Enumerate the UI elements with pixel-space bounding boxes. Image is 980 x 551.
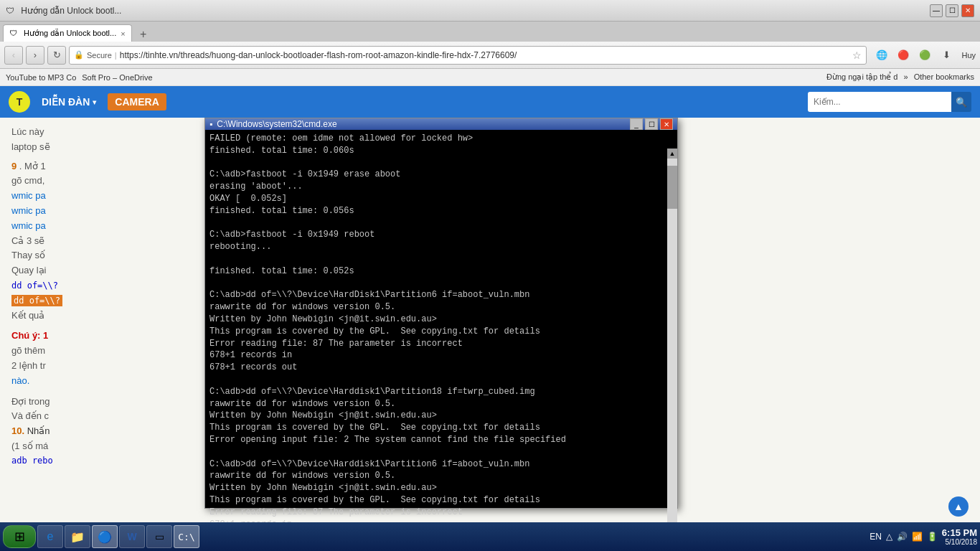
tab-favicon: 🛡: [9, 29, 19, 39]
minimize-button[interactable]: —: [930, 4, 943, 17]
taskbar-explorer[interactable]: 📁: [65, 525, 90, 548]
article-ca3: Cả 3 sẽ: [11, 234, 204, 249]
cmd-titlebar: ▪ C:\Windows\system32\cmd.exe _ ☐ ✕: [205, 118, 677, 130]
taskbar-ie[interactable]: e: [37, 525, 63, 548]
refresh-button[interactable]: ↻: [47, 46, 66, 65]
main-content: Lúc này laptop sẽ 9 . Mở 1 gõ cmd, wmic …: [0, 118, 980, 522]
user-name: Huy: [961, 51, 976, 60]
bookmark-star-button[interactable]: ☆: [852, 50, 862, 61]
article-step9: 9 . Mở 1: [11, 159, 204, 174]
taskbar-battery-icon: 🔋: [927, 532, 938, 542]
forward-button[interactable]: ›: [26, 46, 44, 65]
taskbar-datetime: 6:15 PM 5/10/2018: [942, 527, 977, 546]
article-chuý: Chú ý: 1: [11, 329, 204, 344]
bookmark-item-1[interactable]: YouTube to MP3 Co: [6, 73, 76, 82]
taskbar: ⊞ e 📁 🔵 W ▭ C:\ EN △ 🔊 📶 🔋 6:15 PM 5/10/…: [0, 522, 980, 551]
article-adbreboot: adb rebo: [11, 454, 204, 468]
browser-title-text: 🛡 Hướng dẫn Unlock bootl...: [6, 6, 930, 16]
toolbar-icon-2[interactable]: 🔴: [894, 46, 913, 65]
cmd-scrollbar[interactable]: ▲ ▼: [667, 149, 677, 522]
address-separator: |: [115, 51, 117, 60]
article-link1[interactable]: wmic pa: [11, 190, 46, 201]
site-navigation: T DIỄN ĐÀN ▾ CAMERA 🔍: [0, 86, 980, 118]
article-link-nao[interactable]: nào.: [11, 375, 29, 386]
article-1soma: (1 số má: [11, 439, 204, 454]
taskbar-cmd[interactable]: C:\: [174, 525, 199, 548]
article-step10: 10. Nhấn: [11, 424, 204, 439]
taskbar-sys-icon1: △: [886, 532, 892, 542]
maximize-button[interactable]: ☐: [946, 4, 958, 17]
site-search-button[interactable]: 🔍: [951, 92, 971, 112]
cmd-icon: C:\: [178, 532, 194, 542]
word-icon: W: [127, 531, 136, 542]
cmd-title-buttons: _ ☐ ✕: [630, 118, 673, 130]
bookmark-item-3[interactable]: Đừng ngại tập thể d: [826, 72, 898, 82]
cmd-title-text: C:\Windows\system32\cmd.exe: [217, 119, 626, 129]
site-logo: T: [9, 91, 30, 113]
cmd-scroll-track[interactable]: [667, 159, 677, 522]
cmd-output: FAILED (remote: oem idme not allowed for…: [205, 130, 667, 522]
address-bar[interactable]: 🔒 Secure | https://tinhte.vn/threads/huo…: [69, 46, 867, 65]
taskbar-task2[interactable]: ▭: [146, 525, 172, 548]
toolbar-icon-3[interactable]: 🟢: [915, 46, 934, 65]
bookmark-other[interactable]: Other bookmarks: [914, 72, 974, 82]
bookmarks-bar: YouTube to MP3 Co Soft Pro – OneDrive Đừ…: [0, 69, 980, 86]
article-gocmd: gõ cmd,: [11, 174, 204, 189]
address-text: https://tinhte.vn/threads/huong-dan-unlo…: [120, 50, 850, 60]
explorer-icon: 📁: [70, 530, 85, 544]
tab-bar: 🛡 Hướng dẫn Unlock bootl... × +: [0, 22, 980, 42]
taskbar-word[interactable]: W: [119, 525, 145, 548]
tab-title: Hướng dẫn Unlock bootl...: [24, 29, 116, 38]
taskbar-lang: EN: [870, 532, 882, 542]
taskbar-network-icon: 📶: [912, 532, 923, 542]
taskbar-date: 5/10/2018: [942, 538, 977, 546]
nav-camera[interactable]: CAMERA: [108, 93, 166, 110]
article-vaden: Và đến c: [11, 409, 204, 424]
active-tab[interactable]: 🛡 Hướng dẫn Unlock bootl... ×: [3, 24, 132, 42]
nav-dien-dan[interactable]: DIỄN ĐÀN ▾: [42, 96, 96, 108]
article-area: Lúc này laptop sẽ 9 . Mở 1 gõ cmd, wmic …: [0, 118, 215, 522]
article-line1: Lúc này: [11, 125, 204, 140]
cmd-scroll-thumb[interactable]: [667, 166, 677, 209]
article-link3[interactable]: wmic pa: [11, 220, 46, 231]
article-ketqua: Kết quả: [11, 309, 204, 324]
tab-close-button[interactable]: ×: [121, 29, 125, 38]
site-search-input[interactable]: [808, 92, 951, 112]
taskbar-volume-icon: 🔊: [897, 532, 908, 542]
close-button[interactable]: ✕: [961, 4, 974, 17]
taskbar-chrome[interactable]: 🔵: [92, 525, 118, 548]
article-line2: laptop sẽ: [11, 140, 204, 155]
toolbar-icon-1[interactable]: 🌐: [872, 46, 891, 65]
article-cmd1: dd of=\\?: [11, 281, 58, 291]
taskbar-right: EN △ 🔊 📶 🔋 6:15 PM 5/10/2018: [870, 527, 977, 546]
scroll-up-icon: ▲: [953, 501, 963, 512]
windows-icon: ⊞: [14, 529, 25, 545]
cmd-minimize-button[interactable]: _: [630, 118, 643, 130]
toolbar-icons: 🌐 🔴 🟢 ⬇: [872, 46, 956, 65]
article-thayso: Thay số: [11, 248, 204, 263]
article-quaylai: Quay lại: [11, 263, 204, 278]
back-button[interactable]: ‹: [4, 46, 23, 65]
browser-toolbar: ‹ › ↻ 🔒 Secure | https://tinhte.vn/threa…: [0, 42, 980, 69]
start-button[interactable]: ⊞: [3, 525, 36, 548]
secure-label: Secure: [87, 51, 112, 60]
cmd-close-button[interactable]: ✕: [660, 118, 673, 130]
browser-title-buttons: — ☐ ✕: [930, 4, 974, 17]
article-link2[interactable]: wmic pa: [11, 205, 46, 216]
cmd-scroll-up-button[interactable]: ▲: [667, 149, 677, 159]
article-2lenh: 2 lệnh tr: [11, 359, 204, 374]
ie-icon: e: [47, 530, 54, 543]
toolbar-icon-4[interactable]: ⬇: [937, 46, 956, 65]
article-gothem: gõ thêm: [11, 344, 204, 359]
secure-icon: 🔒: [74, 50, 84, 60]
article-cmd2-highlighted: dd of=\\?: [11, 295, 62, 306]
cmd-maximize-button[interactable]: ☐: [645, 118, 658, 130]
chrome-icon: 🔵: [98, 530, 112, 544]
bookmark-item-2[interactable]: Soft Pro – OneDrive: [82, 73, 152, 82]
task2-icon: ▭: [155, 531, 164, 542]
bookmark-more[interactable]: »: [904, 72, 908, 82]
search-icon: 🔍: [956, 97, 967, 108]
scroll-to-top-button[interactable]: ▲: [948, 496, 969, 517]
new-tab-button[interactable]: +: [135, 27, 152, 42]
taskbar-time: 6:15 PM: [942, 527, 977, 538]
